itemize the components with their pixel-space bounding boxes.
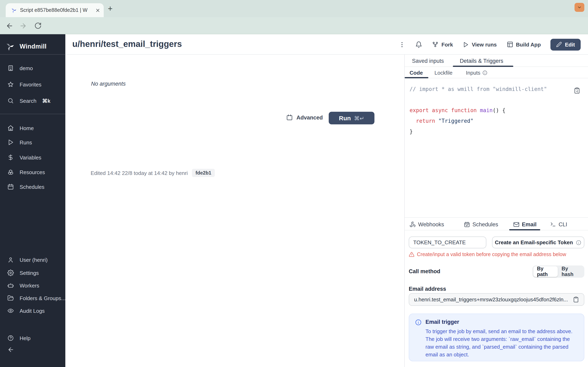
notifications-bell-icon[interactable]	[415, 41, 422, 48]
trigger-tabs: Webhooks Schedules Email CLI	[405, 217, 588, 230]
sidebar-item-schedules[interactable]: Schedules	[0, 182, 65, 192]
tab-webhooks[interactable]: Webhooks	[406, 218, 447, 231]
sidebar-item-user[interactable]: User (henri)	[0, 254, 65, 265]
copy-email-icon[interactable]	[573, 296, 579, 303]
no-arguments-text: No arguments	[91, 81, 126, 87]
windmill-logo-icon	[5, 42, 15, 51]
script-hash-badge[interactable]: fde2b1	[192, 169, 215, 177]
advanced-button[interactable]: Advanced	[286, 114, 323, 121]
active-trigger-tab-underline	[509, 229, 540, 230]
create-token-button[interactable]: Create an Email-specific Token	[492, 236, 584, 248]
robot-icon	[7, 282, 14, 289]
sidebar-item-workers[interactable]: Workers	[0, 280, 65, 291]
tab-email-label: Email	[522, 221, 536, 227]
run-shortcut: ⌘↵	[354, 115, 364, 121]
browser-toolbar: app.windmill.dev/scripts/get/e857be88e0f…	[0, 17, 588, 34]
edit-button[interactable]: Edit	[551, 39, 581, 50]
sidebar-item-label: Settings	[20, 270, 39, 276]
build-app-label: Build App	[516, 42, 541, 48]
page-title: u/henri/test_email_triggers	[72, 39, 182, 49]
tab-close-icon[interactable]	[95, 8, 100, 13]
sidebar-item-label: Audit Logs	[20, 308, 45, 314]
tab-schedules[interactable]: Schedules	[461, 218, 502, 231]
edit-label: Edit	[565, 42, 575, 48]
fork-button[interactable]: Fork	[432, 41, 453, 48]
copy-code-icon[interactable]	[574, 87, 580, 94]
sidebar-divider	[0, 114, 65, 114]
arrow-left-icon	[7, 346, 14, 353]
sidebar-item-settings[interactable]: Settings	[0, 267, 65, 278]
windmill-favicon-icon	[11, 7, 17, 13]
view-runs-button[interactable]: View runs	[463, 42, 497, 48]
call-method-label: Call method	[409, 268, 440, 275]
tab-code[interactable]: Code	[410, 67, 423, 78]
boxes-icon	[7, 169, 14, 175]
calendar-icon	[7, 184, 14, 190]
sidebar-item-folders-groups[interactable]: Folders & Groups...	[0, 293, 65, 303]
sidebar-collapse-button[interactable]	[0, 344, 65, 355]
edited-row: Edited 14:42 22/8 today at 14:42 by henr…	[91, 169, 215, 177]
sidebar-divider	[0, 54, 65, 55]
help-icon	[7, 335, 14, 341]
sidebar-item-help[interactable]: Help	[0, 333, 65, 343]
kebab-menu-icon[interactable]	[398, 41, 406, 48]
details-panel: Saved inputs Details & Triggers Code Loc…	[404, 55, 588, 367]
token-warning-text: Create/input a valid token before copyin…	[417, 251, 566, 258]
sidebar-item-audit-logs[interactable]: Audit Logs	[0, 305, 65, 316]
token-warning: Create/input a valid token before copyin…	[409, 251, 584, 258]
browser-chrome: Script e857be88e0fde2b1 | W +	[0, 0, 588, 34]
dollar-icon	[7, 154, 14, 161]
run-button[interactable]: Run ⌘↵	[329, 112, 374, 124]
tab-lockfile[interactable]: Lockfile	[434, 67, 452, 78]
browser-tab[interactable]: Script e857be88e0fde2b1 | W	[6, 3, 104, 17]
back-icon[interactable]	[5, 21, 14, 30]
sidebar-item-favorites[interactable]: Favorites	[0, 79, 65, 90]
sidebar-item-home[interactable]: Home	[0, 123, 65, 133]
by-path-option[interactable]: By path	[533, 266, 558, 277]
sidebar-item-label: Favorites	[20, 81, 42, 87]
call-method-toggle: By path By hash	[532, 266, 584, 278]
tab-schedules-label: Schedules	[472, 221, 498, 227]
reload-icon[interactable]	[34, 21, 43, 30]
sidebar-item-workspace[interactable]: demo	[0, 63, 65, 73]
email-trigger-info-box: Email trigger To trigger the job by emai…	[409, 314, 584, 361]
view-runs-label: View runs	[472, 42, 497, 48]
forward-icon[interactable]	[18, 21, 27, 30]
sidebar-item-label: Resources	[20, 169, 45, 175]
tab-title: Script e857be88e0fde2b1 | W	[20, 7, 95, 13]
search-icon	[7, 98, 14, 104]
sidebar-item-variables[interactable]: Variables	[0, 152, 65, 163]
gear-icon	[7, 269, 14, 276]
tab-cli-label: CLI	[559, 221, 567, 227]
tab-inputs[interactable]: Inputs	[466, 67, 488, 78]
email-address-field[interactable]: u.henri.test_email_triggers+mrsw23zlouxg…	[409, 293, 584, 306]
edited-text: Edited 14:42 22/8 today at 14:42 by henr…	[91, 170, 188, 176]
sidebar-item-search[interactable]: Search ⌘k	[0, 95, 65, 106]
sidebar-item-label: Schedules	[20, 184, 44, 190]
tab-email[interactable]: Email	[510, 218, 540, 231]
build-app-button[interactable]: Build App	[507, 41, 541, 48]
sidebar-item-runs[interactable]: Runs	[0, 137, 65, 148]
token-input[interactable]	[409, 236, 486, 248]
tab-webhooks-label: Webhooks	[418, 221, 444, 227]
new-tab-button[interactable]: +	[108, 4, 112, 13]
header-actions: Fork View runs Build App Edit	[398, 34, 581, 55]
sidebar-item-resources[interactable]: Resources	[0, 167, 65, 177]
building-icon	[7, 65, 14, 71]
brand-row[interactable]: Windmill	[0, 39, 65, 54]
sidebar-item-label: Workers	[20, 282, 39, 289]
tab-saved-inputs[interactable]: Saved inputs	[412, 55, 444, 67]
sidebar-item-label: Home	[20, 125, 34, 131]
tab-search-chevron-button[interactable]	[575, 3, 584, 12]
sidebar-item-label: Search	[20, 98, 36, 104]
sidebar-item-label: Help	[20, 335, 31, 341]
main-content: No arguments Advanced Run ⌘↵ Edited 14:4…	[65, 55, 404, 367]
screen: Script e857be88e0fde2b1 | W +	[0, 0, 588, 367]
code-viewer[interactable]: // import * as wmill from "windmill-clie…	[405, 78, 588, 137]
tab-cli[interactable]: CLI	[547, 218, 571, 231]
search-shortcut: ⌘k	[42, 98, 50, 104]
sidebar-item-label: Variables	[20, 154, 41, 160]
tab-details-triggers[interactable]: Details & Triggers	[460, 55, 503, 67]
by-hash-option[interactable]: By hash	[558, 266, 584, 277]
eye-icon	[7, 308, 14, 314]
